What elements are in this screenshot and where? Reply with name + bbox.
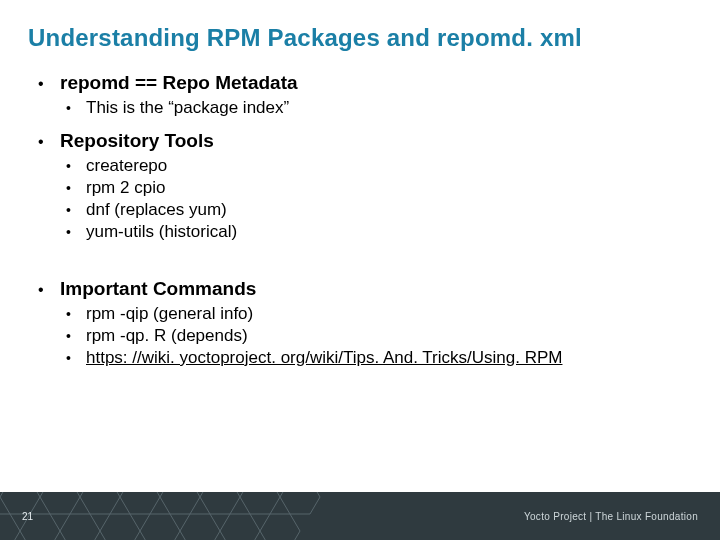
- svg-marker-6: [240, 492, 280, 514]
- list-item-label: rpm 2 cpio: [86, 178, 165, 198]
- list-item-label: Important Commands: [60, 278, 256, 300]
- bullet-glyph: •: [66, 100, 86, 116]
- list-item: • createrepo: [66, 156, 720, 176]
- list-item: • Repository Tools • createrepo • rpm 2 …: [38, 130, 720, 242]
- bullet-glyph: •: [66, 158, 86, 174]
- slide-content: • repomd == Repo Metadata • This is the …: [0, 52, 720, 368]
- list-item-label: repomd == Repo Metadata: [60, 72, 298, 94]
- footer-attribution: Yocto Project | The Linux Foundation: [524, 511, 698, 522]
- list-item-label: This is the “package index”: [86, 98, 289, 118]
- bullet-glyph: •: [66, 306, 86, 322]
- bullet-glyph: •: [66, 350, 86, 366]
- svg-marker-11: [140, 514, 180, 540]
- list-item: • yum-utils (historical): [66, 222, 720, 242]
- page-number: 21: [22, 511, 33, 522]
- bullet-list-level2: • rpm -qip (general info) • rpm -qp. R (…: [66, 304, 720, 368]
- hexagon-pattern-icon: [0, 492, 370, 540]
- svg-marker-4: [160, 492, 200, 514]
- list-item: • https: //wiki. yoctoproject. org/wiki/…: [66, 348, 720, 368]
- svg-marker-7: [280, 492, 320, 514]
- bullet-glyph: •: [66, 224, 86, 240]
- svg-marker-9: [60, 514, 100, 540]
- svg-marker-5: [200, 492, 240, 514]
- list-item: • rpm -qp. R (depends): [66, 326, 720, 346]
- bullet-list-level2: • createrepo • rpm 2 cpio • dnf (replace…: [66, 156, 720, 242]
- list-item-label: yum-utils (historical): [86, 222, 237, 242]
- svg-marker-12: [180, 514, 220, 540]
- footer-bar: 21 Yocto Project | The Linux Foundation: [0, 492, 720, 540]
- slide: Understanding RPM Packages and repomd. x…: [0, 0, 720, 540]
- wiki-link[interactable]: https: //wiki. yoctoproject. org/wiki/Ti…: [86, 348, 562, 368]
- list-item-label: rpm -qip (general info): [86, 304, 253, 324]
- list-item: • repomd == Repo Metadata • This is the …: [38, 72, 720, 118]
- slide-title: Understanding RPM Packages and repomd. x…: [0, 0, 720, 52]
- list-item-label: Repository Tools: [60, 130, 214, 152]
- svg-marker-15: [0, 514, 20, 540]
- list-item: • This is the “package index”: [66, 98, 720, 118]
- bullet-glyph: •: [66, 328, 86, 344]
- bullet-glyph: •: [38, 133, 60, 151]
- spacer: [38, 254, 720, 278]
- svg-marker-14: [260, 514, 300, 540]
- svg-marker-10: [100, 514, 140, 540]
- bullet-list-level2: • This is the “package index”: [66, 98, 720, 118]
- bullet-glyph: •: [66, 180, 86, 196]
- svg-marker-1: [40, 492, 80, 514]
- list-item-label: dnf (replaces yum): [86, 200, 227, 220]
- bullet-glyph: •: [66, 202, 86, 218]
- svg-marker-0: [0, 492, 40, 514]
- list-item-label: createrepo: [86, 156, 167, 176]
- list-item: • rpm 2 cpio: [66, 178, 720, 198]
- svg-marker-13: [220, 514, 260, 540]
- bullet-glyph: •: [38, 281, 60, 299]
- list-item: • rpm -qip (general info): [66, 304, 720, 324]
- bullet-glyph: •: [38, 75, 60, 93]
- svg-marker-2: [80, 492, 120, 514]
- list-item-label: rpm -qp. R (depends): [86, 326, 248, 346]
- list-item: • Important Commands • rpm -qip (general…: [38, 254, 720, 368]
- svg-marker-3: [120, 492, 160, 514]
- bullet-list-level1: • repomd == Repo Metadata • This is the …: [38, 72, 720, 368]
- list-item: • dnf (replaces yum): [66, 200, 720, 220]
